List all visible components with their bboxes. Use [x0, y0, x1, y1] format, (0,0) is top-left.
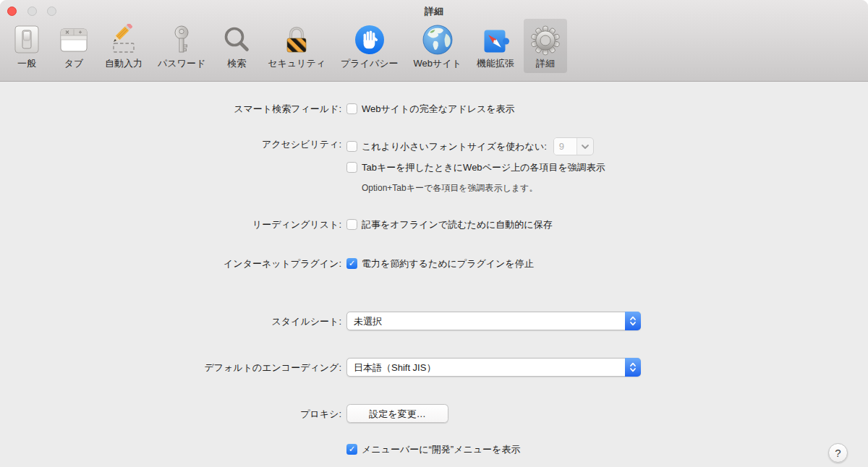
tabs-window-icon	[58, 22, 90, 56]
proxy-label: プロキシ:	[0, 407, 341, 421]
hand-icon	[354, 22, 386, 56]
globe-icon	[422, 22, 454, 56]
tab-security[interactable]: セキュリティ	[262, 19, 331, 73]
checkbox-label: Webサイトの完全なアドレスを表示	[362, 102, 515, 116]
checkbox-develop-menu[interactable]	[346, 444, 357, 455]
stylesheet-label: スタイルシート:	[0, 314, 341, 328]
gear-icon	[529, 22, 561, 56]
tab-advanced[interactable]: 詳細	[524, 19, 567, 73]
chevron-down-icon	[577, 138, 593, 155]
checkbox-tab-highlight[interactable]	[346, 162, 357, 173]
tab-privacy[interactable]: プライバシー	[335, 19, 404, 73]
checkbox-stop-plugins[interactable]	[346, 258, 357, 269]
checkbox-min-font-size[interactable]	[346, 141, 357, 152]
checkbox-offline-save[interactable]	[346, 219, 357, 230]
key-icon	[166, 22, 197, 56]
tab-tabs[interactable]: タブ	[52, 19, 95, 73]
help-button[interactable]: ?	[828, 443, 848, 463]
popup-stepper-icon	[625, 312, 641, 330]
stylesheet-select[interactable]: 未選択	[346, 312, 641, 330]
font-size-value: 9	[554, 138, 577, 155]
toolbar-item-label: Webサイト	[414, 57, 461, 70]
window-title: 詳細	[0, 5, 868, 18]
titlebar-toolbar: 詳細 一般	[0, 0, 868, 82]
tab-autofill[interactable]: 自動入力	[99, 19, 148, 73]
toolbar-item-label: タブ	[64, 57, 84, 70]
padlock-icon	[281, 22, 312, 56]
tab-search[interactable]: 検索	[215, 19, 258, 73]
checkbox-label: 記事をオフラインで読むために自動的に保存	[362, 218, 553, 231]
font-size-combobox: 9	[553, 137, 594, 155]
reading-list-label: リーディングリスト:	[0, 218, 341, 231]
checkbox-label: Tabキーを押したときにWebページ上の各項目を強調表示	[362, 160, 605, 174]
light-switch-icon	[11, 22, 43, 56]
toolbar-item-label: 詳細	[536, 57, 555, 70]
encoding-select[interactable]: 日本語（Shift JIS）	[346, 358, 641, 377]
safari-preferences-window: 詳細 一般	[0, 0, 868, 467]
toolbar-item-label: セキュリティ	[268, 57, 326, 70]
toolbar-item-label: パスワード	[158, 57, 205, 70]
tab-extensions[interactable]: 機能拡張	[471, 19, 520, 73]
checkbox-label: 電力を節約するためにプラグインを停止	[362, 257, 534, 270]
accessibility-label: アクセシビリティ:	[0, 137, 341, 151]
checkbox-label: メニューバーに“開発”メニューを表示	[362, 442, 520, 456]
checkbox-show-full-address[interactable]	[346, 103, 357, 114]
tab-websites[interactable]: Webサイト	[408, 19, 467, 73]
tab-passwords[interactable]: パスワード	[152, 19, 211, 73]
change-settings-button[interactable]: 設定を変更…	[346, 404, 448, 423]
magnifier-icon	[221, 22, 252, 56]
pencil-icon	[108, 22, 140, 56]
help-button-label: ?	[835, 447, 841, 459]
puzzle-icon	[480, 22, 511, 56]
smart-search-label: スマート検索フィールド:	[0, 102, 341, 116]
encoding-value: 日本語（Shift JIS）	[347, 361, 435, 374]
toolbar-item-label: プライバシー	[341, 57, 399, 70]
accessibility-note: Option+Tabキーで各項目を強調表示します。	[362, 182, 537, 194]
toolbar-item-label: 自動入力	[105, 57, 142, 70]
encoding-label: デフォルトのエンコーディング:	[0, 361, 341, 374]
toolbar-item-label: 一般	[17, 57, 36, 70]
tab-general[interactable]: 一般	[5, 19, 48, 73]
stylesheet-value: 未選択	[347, 314, 382, 328]
preferences-toolbar: 一般 タブ	[5, 19, 567, 73]
internet-plugins-label: インターネットプラグイン:	[0, 257, 341, 270]
toolbar-item-label: 機能拡張	[477, 57, 514, 70]
checkbox-label: これより小さいフォントサイズを使わない:	[362, 140, 547, 153]
popup-stepper-icon	[625, 358, 641, 377]
toolbar-item-label: 検索	[227, 57, 246, 70]
